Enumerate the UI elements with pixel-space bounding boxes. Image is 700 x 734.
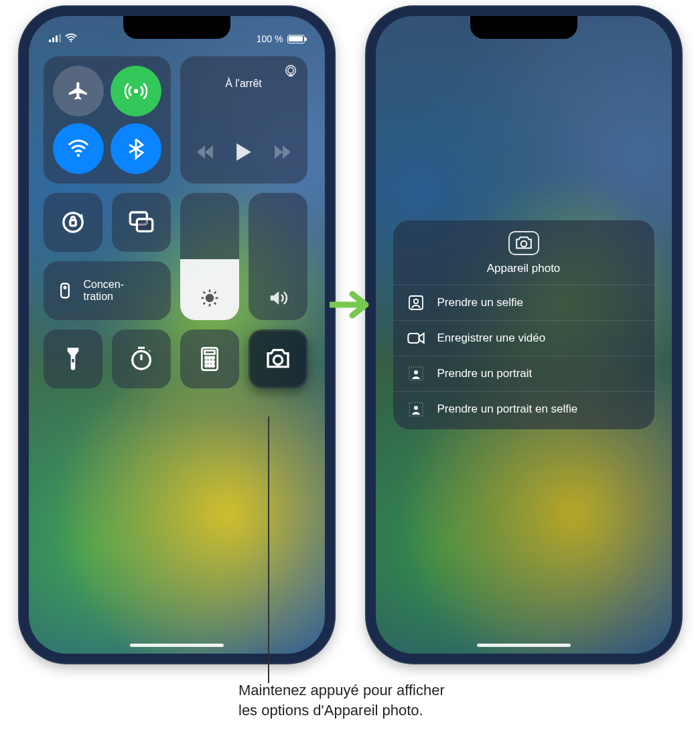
camera-option-label: Prendre un portrait: [437, 367, 533, 380]
cellular-data-toggle[interactable]: [111, 66, 161, 117]
svg-point-8: [287, 68, 293, 73]
media-controls-pod[interactable]: À l'arrêt: [180, 56, 307, 184]
home-indicator[interactable]: [477, 644, 571, 647]
bluetooth-toggle[interactable]: [111, 123, 161, 174]
svg-point-20: [205, 357, 207, 359]
screen-mirroring-button[interactable]: [112, 193, 171, 252]
flashlight-button[interactable]: [44, 329, 102, 388]
notch: [123, 16, 230, 39]
camera-option-video[interactable]: Enregistrer une vidéo: [393, 320, 654, 356]
svg-point-30: [520, 241, 527, 247]
svg-point-23: [205, 361, 207, 363]
camera-option-label: Prendre un selfie: [437, 296, 524, 309]
svg-point-29: [273, 356, 282, 364]
svg-point-37: [414, 406, 418, 410]
camera-options-popup: Appareil photo Prendre un selfie Enregis…: [393, 220, 654, 429]
wifi-status-icon: [65, 33, 77, 45]
callout-line2: les options d'Appareil photo.: [238, 702, 423, 719]
svg-rect-31: [409, 296, 423, 309]
connectivity-group[interactable]: [44, 56, 171, 184]
phone-right: Appareil photo Prendre un selfie Enregis…: [366, 7, 681, 663]
camera-option-portrait-selfie[interactable]: Prendre un portrait en selfie: [393, 391, 654, 427]
calculator-button[interactable]: [180, 329, 239, 388]
callout-line1: Maintenez appuyé pour afficher: [238, 682, 445, 699]
svg-point-27: [208, 364, 210, 366]
battery-percentage: 100 %: [257, 33, 283, 44]
media-play-icon[interactable]: [236, 143, 252, 163]
rotation-lock-toggle[interactable]: [44, 193, 102, 252]
svg-point-21: [208, 357, 210, 359]
svg-rect-19: [204, 351, 214, 354]
media-next-icon[interactable]: [275, 145, 291, 161]
focus-label: Concen- tration: [84, 279, 124, 303]
svg-point-26: [205, 364, 207, 366]
camera-option-label: Prendre un portrait en selfie: [437, 402, 578, 416]
arrow-right-icon: [330, 288, 371, 321]
volume-icon: [249, 288, 307, 308]
media-previous-icon[interactable]: [197, 145, 213, 161]
airplane-mode-toggle[interactable]: [53, 66, 104, 117]
brightness-icon: [180, 288, 239, 308]
camera-icon: [508, 231, 539, 255]
svg-point-25: [212, 361, 214, 363]
notch: [470, 16, 577, 39]
figure-stage: 100 %: [0, 0, 700, 680]
control-center: À l'arrêt: [44, 56, 310, 398]
svg-rect-33: [408, 334, 419, 343]
svg-rect-13: [61, 284, 69, 298]
svg-point-14: [63, 286, 66, 289]
svg-rect-16: [72, 359, 74, 362]
svg-point-28: [212, 364, 214, 366]
wifi-toggle[interactable]: [53, 123, 104, 174]
callout-leader-line: [268, 417, 269, 683]
volume-slider[interactable]: [249, 193, 307, 320]
camera-option-portrait[interactable]: Prendre un portrait: [393, 356, 654, 391]
camera-option-label: Enregistrer une vidéo: [437, 332, 546, 345]
callout-text: Maintenez appuyé pour afficher les optio…: [238, 680, 445, 720]
svg-point-24: [208, 361, 210, 363]
svg-rect-1: [52, 38, 54, 42]
camera-button[interactable]: [249, 329, 307, 388]
svg-point-4: [70, 40, 71, 42]
media-status-label: À l'arrêt: [225, 78, 262, 90]
timer-button[interactable]: [112, 329, 171, 388]
camera-option-selfie[interactable]: Prendre un selfie: [393, 285, 654, 320]
svg-point-15: [206, 295, 213, 301]
svg-rect-2: [56, 35, 58, 42]
battery-icon: [287, 35, 305, 44]
phone-left: 100 %: [19, 7, 334, 663]
svg-point-6: [76, 154, 80, 157]
svg-rect-12: [137, 219, 152, 231]
svg-point-22: [212, 357, 214, 359]
svg-point-35: [414, 370, 418, 374]
svg-rect-0: [49, 40, 51, 42]
home-indicator[interactable]: [130, 644, 224, 647]
brightness-slider[interactable]: [180, 193, 239, 320]
svg-rect-10: [70, 220, 75, 226]
svg-point-5: [133, 89, 138, 94]
svg-point-32: [413, 299, 417, 303]
camera-popup-title: Appareil photo: [487, 262, 561, 275]
cellular-signal-icon: [49, 33, 61, 44]
airplay-icon[interactable]: [283, 64, 298, 82]
svg-rect-3: [59, 34, 61, 42]
focus-button[interactable]: Concen- tration: [44, 261, 171, 320]
